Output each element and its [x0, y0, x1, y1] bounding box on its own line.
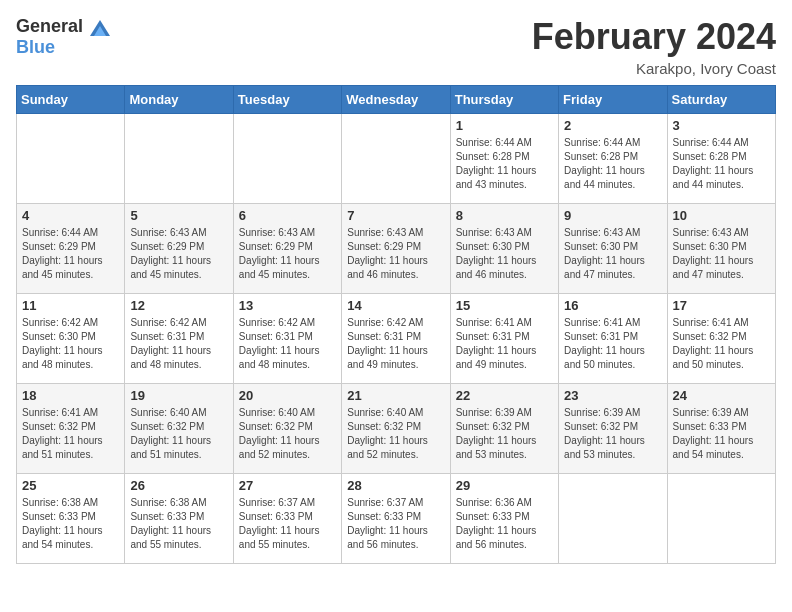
calendar-cell: 19Sunrise: 6:40 AMSunset: 6:32 PMDayligh…: [125, 384, 233, 474]
day-header-thursday: Thursday: [450, 86, 558, 114]
day-number: 7: [347, 208, 444, 223]
calendar-cell: [559, 474, 667, 564]
day-number: 18: [22, 388, 119, 403]
day-info: Sunrise: 6:41 AMSunset: 6:32 PMDaylight:…: [673, 316, 770, 372]
calendar-cell: 23Sunrise: 6:39 AMSunset: 6:32 PMDayligh…: [559, 384, 667, 474]
calendar-cell: 6Sunrise: 6:43 AMSunset: 6:29 PMDaylight…: [233, 204, 341, 294]
day-info: Sunrise: 6:44 AMSunset: 6:29 PMDaylight:…: [22, 226, 119, 282]
day-info: Sunrise: 6:41 AMSunset: 6:31 PMDaylight:…: [564, 316, 661, 372]
header: General Blue February 2024 Karakpo, Ivor…: [16, 16, 776, 77]
day-number: 28: [347, 478, 444, 493]
day-info: Sunrise: 6:37 AMSunset: 6:33 PMDaylight:…: [239, 496, 336, 552]
logo-text: General Blue: [16, 16, 112, 58]
day-info: Sunrise: 6:43 AMSunset: 6:29 PMDaylight:…: [130, 226, 227, 282]
day-info: Sunrise: 6:42 AMSunset: 6:31 PMDaylight:…: [130, 316, 227, 372]
month-title: February 2024: [532, 16, 776, 58]
calendar-cell: 18Sunrise: 6:41 AMSunset: 6:32 PMDayligh…: [17, 384, 125, 474]
day-info: Sunrise: 6:43 AMSunset: 6:30 PMDaylight:…: [673, 226, 770, 282]
calendar-cell: 2Sunrise: 6:44 AMSunset: 6:28 PMDaylight…: [559, 114, 667, 204]
day-number: 15: [456, 298, 553, 313]
calendar-cell: 15Sunrise: 6:41 AMSunset: 6:31 PMDayligh…: [450, 294, 558, 384]
day-info: Sunrise: 6:40 AMSunset: 6:32 PMDaylight:…: [347, 406, 444, 462]
calendar-cell: 9Sunrise: 6:43 AMSunset: 6:30 PMDaylight…: [559, 204, 667, 294]
day-info: Sunrise: 6:44 AMSunset: 6:28 PMDaylight:…: [564, 136, 661, 192]
day-header-sunday: Sunday: [17, 86, 125, 114]
calendar-cell: 5Sunrise: 6:43 AMSunset: 6:29 PMDaylight…: [125, 204, 233, 294]
calendar-cell: 3Sunrise: 6:44 AMSunset: 6:28 PMDaylight…: [667, 114, 775, 204]
day-info: Sunrise: 6:42 AMSunset: 6:31 PMDaylight:…: [239, 316, 336, 372]
calendar-cell: 22Sunrise: 6:39 AMSunset: 6:32 PMDayligh…: [450, 384, 558, 474]
day-info: Sunrise: 6:38 AMSunset: 6:33 PMDaylight:…: [130, 496, 227, 552]
calendar-cell: 4Sunrise: 6:44 AMSunset: 6:29 PMDaylight…: [17, 204, 125, 294]
day-info: Sunrise: 6:42 AMSunset: 6:31 PMDaylight:…: [347, 316, 444, 372]
day-info: Sunrise: 6:38 AMSunset: 6:33 PMDaylight:…: [22, 496, 119, 552]
calendar-week-2: 4Sunrise: 6:44 AMSunset: 6:29 PMDaylight…: [17, 204, 776, 294]
calendar-cell: 29Sunrise: 6:36 AMSunset: 6:33 PMDayligh…: [450, 474, 558, 564]
day-info: Sunrise: 6:36 AMSunset: 6:33 PMDaylight:…: [456, 496, 553, 552]
day-number: 27: [239, 478, 336, 493]
calendar-cell: 11Sunrise: 6:42 AMSunset: 6:30 PMDayligh…: [17, 294, 125, 384]
calendar: SundayMondayTuesdayWednesdayThursdayFrid…: [16, 85, 776, 564]
day-header-friday: Friday: [559, 86, 667, 114]
day-info: Sunrise: 6:37 AMSunset: 6:33 PMDaylight:…: [347, 496, 444, 552]
day-number: 26: [130, 478, 227, 493]
day-info: Sunrise: 6:41 AMSunset: 6:31 PMDaylight:…: [456, 316, 553, 372]
day-number: 6: [239, 208, 336, 223]
calendar-cell: [667, 474, 775, 564]
day-header-wednesday: Wednesday: [342, 86, 450, 114]
calendar-cell: 27Sunrise: 6:37 AMSunset: 6:33 PMDayligh…: [233, 474, 341, 564]
day-info: Sunrise: 6:41 AMSunset: 6:32 PMDaylight:…: [22, 406, 119, 462]
location-subtitle: Karakpo, Ivory Coast: [532, 60, 776, 77]
day-info: Sunrise: 6:43 AMSunset: 6:30 PMDaylight:…: [456, 226, 553, 282]
day-number: 29: [456, 478, 553, 493]
day-number: 4: [22, 208, 119, 223]
logo: General Blue: [16, 16, 112, 58]
day-number: 5: [130, 208, 227, 223]
calendar-cell: 10Sunrise: 6:43 AMSunset: 6:30 PMDayligh…: [667, 204, 775, 294]
day-number: 21: [347, 388, 444, 403]
day-info: Sunrise: 6:44 AMSunset: 6:28 PMDaylight:…: [673, 136, 770, 192]
day-number: 25: [22, 478, 119, 493]
calendar-cell: 16Sunrise: 6:41 AMSunset: 6:31 PMDayligh…: [559, 294, 667, 384]
day-info: Sunrise: 6:43 AMSunset: 6:29 PMDaylight:…: [347, 226, 444, 282]
day-header-monday: Monday: [125, 86, 233, 114]
day-number: 13: [239, 298, 336, 313]
day-header-saturday: Saturday: [667, 86, 775, 114]
day-info: Sunrise: 6:44 AMSunset: 6:28 PMDaylight:…: [456, 136, 553, 192]
day-info: Sunrise: 6:39 AMSunset: 6:33 PMDaylight:…: [673, 406, 770, 462]
day-number: 1: [456, 118, 553, 133]
day-number: 22: [456, 388, 553, 403]
day-number: 11: [22, 298, 119, 313]
day-number: 8: [456, 208, 553, 223]
day-number: 17: [673, 298, 770, 313]
calendar-cell: 8Sunrise: 6:43 AMSunset: 6:30 PMDaylight…: [450, 204, 558, 294]
day-number: 19: [130, 388, 227, 403]
calendar-cell: 20Sunrise: 6:40 AMSunset: 6:32 PMDayligh…: [233, 384, 341, 474]
calendar-cell: [342, 114, 450, 204]
day-number: 14: [347, 298, 444, 313]
calendar-cell: 1Sunrise: 6:44 AMSunset: 6:28 PMDaylight…: [450, 114, 558, 204]
calendar-cell: 21Sunrise: 6:40 AMSunset: 6:32 PMDayligh…: [342, 384, 450, 474]
day-number: 20: [239, 388, 336, 403]
calendar-cell: 28Sunrise: 6:37 AMSunset: 6:33 PMDayligh…: [342, 474, 450, 564]
logo-icon: [90, 20, 110, 36]
calendar-week-4: 18Sunrise: 6:41 AMSunset: 6:32 PMDayligh…: [17, 384, 776, 474]
calendar-week-5: 25Sunrise: 6:38 AMSunset: 6:33 PMDayligh…: [17, 474, 776, 564]
day-info: Sunrise: 6:40 AMSunset: 6:32 PMDaylight:…: [130, 406, 227, 462]
calendar-cell: 13Sunrise: 6:42 AMSunset: 6:31 PMDayligh…: [233, 294, 341, 384]
day-number: 2: [564, 118, 661, 133]
day-info: Sunrise: 6:43 AMSunset: 6:30 PMDaylight:…: [564, 226, 661, 282]
calendar-cell: [125, 114, 233, 204]
calendar-cell: 25Sunrise: 6:38 AMSunset: 6:33 PMDayligh…: [17, 474, 125, 564]
calendar-cell: 7Sunrise: 6:43 AMSunset: 6:29 PMDaylight…: [342, 204, 450, 294]
day-number: 23: [564, 388, 661, 403]
calendar-cell: 14Sunrise: 6:42 AMSunset: 6:31 PMDayligh…: [342, 294, 450, 384]
day-number: 24: [673, 388, 770, 403]
day-number: 10: [673, 208, 770, 223]
day-number: 16: [564, 298, 661, 313]
day-info: Sunrise: 6:43 AMSunset: 6:29 PMDaylight:…: [239, 226, 336, 282]
day-info: Sunrise: 6:39 AMSunset: 6:32 PMDaylight:…: [564, 406, 661, 462]
calendar-cell: [17, 114, 125, 204]
day-info: Sunrise: 6:42 AMSunset: 6:30 PMDaylight:…: [22, 316, 119, 372]
calendar-week-1: 1Sunrise: 6:44 AMSunset: 6:28 PMDaylight…: [17, 114, 776, 204]
